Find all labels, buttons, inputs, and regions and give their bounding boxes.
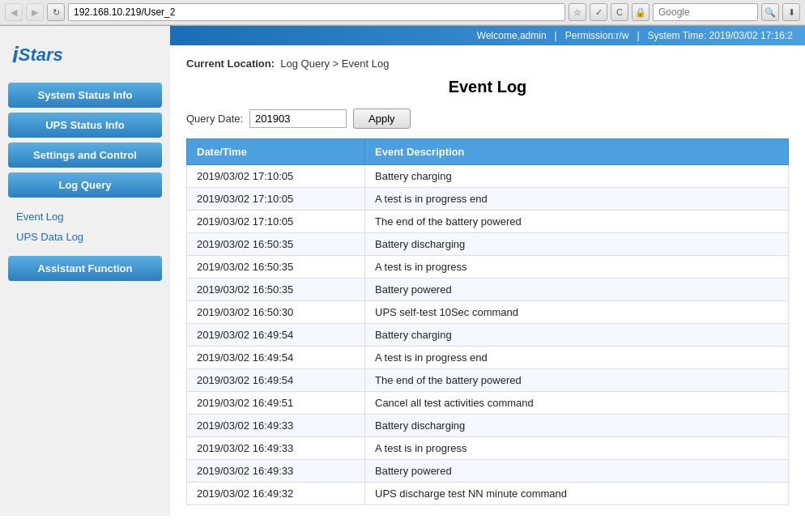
logo-i: i xyxy=(12,42,19,68)
cell-datetime: 2019/03/02 16:50:30 xyxy=(187,301,365,324)
cell-datetime: 2019/03/02 16:49:33 xyxy=(187,415,365,437)
sidebar-gap xyxy=(0,200,170,206)
back-button[interactable]: ◀ xyxy=(5,3,23,21)
table-row: 2019/03/02 16:50:35Battery powered xyxy=(187,279,789,301)
cell-event: Battery powered xyxy=(365,460,789,483)
bookmark-button[interactable]: ☆ xyxy=(569,3,586,21)
cell-event: UPS self-test 10Sec command xyxy=(365,301,789,324)
cell-event: Battery powered xyxy=(365,279,789,301)
logo: iStars xyxy=(0,34,170,80)
query-row: Query Date: Apply xyxy=(186,109,789,129)
page-wrapper: iStars System Status Info UPS Status Inf… xyxy=(0,26,805,516)
cell-datetime: 2019/03/02 16:49:33 xyxy=(187,460,365,483)
cell-datetime: 2019/03/02 16:50:35 xyxy=(187,256,365,279)
sidebar-gap-2 xyxy=(0,247,170,253)
table-row: 2019/03/02 17:10:05The end of the batter… xyxy=(187,211,789,233)
content-area: Current Location: Log Query > Event Log … xyxy=(170,45,805,516)
col-header-datetime: Date/Time xyxy=(187,139,365,165)
cell-event: The end of the battery powered xyxy=(365,369,789,392)
cell-datetime: 2019/03/02 16:49:54 xyxy=(187,324,365,347)
reload-button[interactable]: ↻ xyxy=(47,3,65,21)
cell-datetime: 2019/03/02 16:50:35 xyxy=(187,279,365,301)
table-row: 2019/03/02 16:49:33Battery discharging xyxy=(187,415,789,437)
sidebar-btn-ups-status-info[interactable]: UPS Status Info xyxy=(8,113,162,138)
cell-event: A test is in progress xyxy=(365,437,789,460)
table-row: 2019/03/02 16:49:32UPS discharge test NN… xyxy=(187,483,789,505)
sidebar-link-event-log[interactable]: Event Log xyxy=(0,206,170,227)
refresh-verify-button[interactable]: ✓ xyxy=(590,3,607,21)
history-button[interactable]: C xyxy=(611,3,628,21)
event-table-body: 2019/03/02 17:10:05Battery charging2019/… xyxy=(187,165,789,505)
query-date-label: Query Date: xyxy=(186,113,243,125)
sidebar-btn-system-status-info[interactable]: System Status Info xyxy=(8,83,162,108)
breadcrumb: Current Location: Log Query > Event Log xyxy=(186,57,789,70)
cell-datetime: 2019/03/02 16:49:51 xyxy=(187,392,365,415)
address-bar[interactable] xyxy=(68,3,565,21)
breadcrumb-prefix: Current Location: xyxy=(186,57,275,70)
table-row: 2019/03/02 17:10:05A test is in progress… xyxy=(187,188,789,211)
table-row: 2019/03/02 16:50:30UPS self-test 10Sec c… xyxy=(187,301,789,324)
forward-button[interactable]: ▶ xyxy=(26,3,44,21)
cell-event: A test is in progress end xyxy=(365,188,789,211)
event-table: Date/Time Event Description 2019/03/02 1… xyxy=(186,138,789,505)
table-row: 2019/03/02 16:50:35A test is in progress xyxy=(187,256,789,279)
table-row: 2019/03/02 16:50:35Battery discharging xyxy=(187,233,789,256)
page-title: Event Log xyxy=(186,78,789,96)
sidebar: iStars System Status Info UPS Status Inf… xyxy=(0,26,170,516)
table-row: 2019/03/02 16:49:33A test is in progress xyxy=(187,437,789,460)
download-button[interactable]: ⬇ xyxy=(782,3,800,21)
cell-event: Battery discharging xyxy=(365,233,789,256)
cell-event: A test is in progress xyxy=(365,256,789,279)
table-row: 2019/03/02 17:10:05Battery charging xyxy=(187,165,789,188)
sidebar-btn-log-query[interactable]: Log Query xyxy=(8,172,162,198)
query-date-input[interactable] xyxy=(249,109,347,128)
apply-button[interactable]: Apply xyxy=(353,109,411,129)
table-header-row: Date/Time Event Description xyxy=(187,139,789,165)
table-row: 2019/03/02 16:49:54A test is in progress… xyxy=(187,347,789,369)
cell-event: A test is in progress end xyxy=(365,347,789,369)
cell-datetime: 2019/03/02 16:49:33 xyxy=(187,437,365,460)
browser-chrome: ◀ ▶ ↻ ☆ ✓ C 🔒 🔍 ⬇ xyxy=(0,0,805,26)
search-button[interactable]: 🔍 xyxy=(761,3,779,21)
sidebar-btn-settings-and-control[interactable]: Settings and Control xyxy=(8,143,162,168)
cell-datetime: 2019/03/02 16:49:54 xyxy=(187,347,365,369)
cell-datetime: 2019/03/02 17:10:05 xyxy=(187,165,365,188)
welcome-text: Welcome,admin xyxy=(477,30,547,41)
main-content: Welcome,admin | Permission:r/w | System … xyxy=(170,26,805,516)
secure-button[interactable]: 🔒 xyxy=(632,3,650,21)
cell-event: Battery discharging xyxy=(365,415,789,437)
table-row: 2019/03/02 16:49:33Battery powered xyxy=(187,460,789,483)
system-time-text: System Time: 2019/03/02 17:16:2 xyxy=(648,30,793,41)
search-bar[interactable] xyxy=(653,3,758,21)
cell-event: Battery charging xyxy=(365,165,789,188)
cell-event: UPS discharge test NN minute command xyxy=(365,483,789,505)
cell-event: Cancel all test activities command xyxy=(365,392,789,415)
cell-datetime: 2019/03/02 17:10:05 xyxy=(187,188,365,211)
breadcrumb-path: Log Query > Event Log xyxy=(280,57,389,70)
sidebar-link-ups-data-log[interactable]: UPS Data Log xyxy=(0,227,170,247)
table-row: 2019/03/02 16:49:51Cancel all test activ… xyxy=(187,392,789,415)
permission-text: Permission:r/w xyxy=(565,30,629,41)
logo-stars: Stars xyxy=(19,45,63,66)
sidebar-btn-assistant-function[interactable]: Assistant Function xyxy=(8,256,162,281)
table-row: 2019/03/02 16:49:54Battery charging xyxy=(187,324,789,347)
cell-event: Battery charging xyxy=(365,324,789,347)
table-row: 2019/03/02 16:49:54The end of the batter… xyxy=(187,369,789,392)
cell-datetime: 2019/03/02 16:50:35 xyxy=(187,233,365,256)
header-bar: Welcome,admin | Permission:r/w | System … xyxy=(170,26,805,45)
cell-datetime: 2019/03/02 17:10:05 xyxy=(187,211,365,233)
cell-datetime: 2019/03/02 16:49:54 xyxy=(187,369,365,392)
browser-toolbar: ◀ ▶ ↻ ☆ ✓ C 🔒 🔍 ⬇ xyxy=(0,0,805,25)
cell-event: The end of the battery powered xyxy=(365,211,789,233)
cell-datetime: 2019/03/02 16:49:32 xyxy=(187,483,365,505)
col-header-event: Event Description xyxy=(365,139,789,165)
